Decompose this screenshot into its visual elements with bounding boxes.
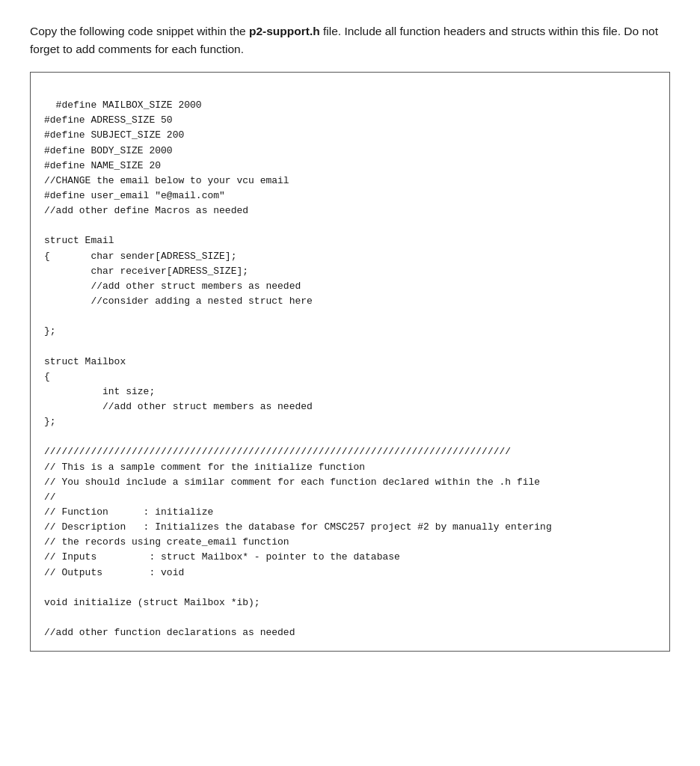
intro-paragraph: Copy the following code snippet within t… bbox=[30, 22, 670, 58]
code-snippet-box: #define MAILBOX_SIZE 2000 #define ADRESS… bbox=[30, 72, 670, 652]
intro-text-before-bold: Copy the following code snippet within t… bbox=[30, 25, 249, 37]
intro-bold-filename: p2-support.h bbox=[249, 25, 320, 37]
code-content: #define MAILBOX_SIZE 2000 #define ADRESS… bbox=[44, 99, 552, 638]
